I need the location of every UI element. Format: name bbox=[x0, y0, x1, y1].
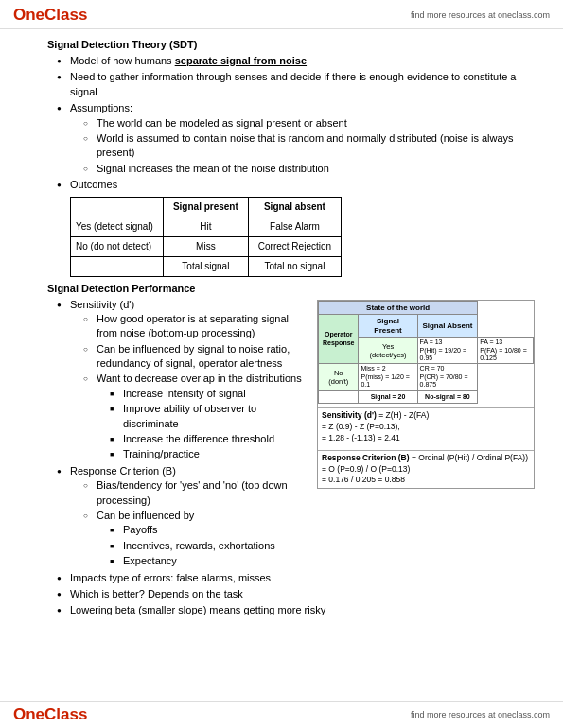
cell-false-alarm: False Alarm bbox=[248, 217, 341, 236]
page-footer: OneClass find more resources at oneclass… bbox=[0, 701, 563, 728]
section1-title: Signal Detection Theory (SDT) bbox=[47, 39, 535, 50]
section2-title: Signal Detection Performance bbox=[47, 283, 535, 294]
footer-logo-class: Class bbox=[44, 705, 87, 724]
sensitivity-sub-2: Can be influenced by signal to noise rat… bbox=[83, 342, 535, 372]
col-empty bbox=[71, 197, 164, 217]
assumption-3: Signal increases the mean of the noise d… bbox=[83, 162, 535, 176]
cell-empty-total bbox=[71, 256, 164, 276]
rc-sub-1: Bias/tendency for 'yes' and 'no' (top do… bbox=[83, 478, 535, 508]
overlap-3: Increase the difference threshold bbox=[110, 432, 535, 446]
assumptions-sublist: The world can be modeled as signal prese… bbox=[70, 116, 535, 177]
logo-one: One bbox=[13, 6, 44, 25]
table-row-yes: Yes (detect signal) Hit False Alarm bbox=[71, 217, 342, 236]
header-logo: OneClass bbox=[13, 6, 87, 25]
cell-total-signal: Total signal bbox=[163, 256, 248, 276]
section2-content: State of the world OperatorResponse Sign… bbox=[47, 298, 535, 620]
table-row-totals: Total signal Total no signal bbox=[71, 256, 342, 276]
logo-class: Class bbox=[44, 6, 87, 25]
response-criterion-sublist: Bias/tendency for 'yes' and 'no' (top do… bbox=[70, 478, 535, 568]
row-label-yes: Yes (detect signal) bbox=[71, 217, 164, 236]
cell-total-no-signal: Total no signal bbox=[248, 256, 341, 276]
bullet-which-better: Which is better? Depends on the task bbox=[57, 587, 535, 601]
bullet-impacts: Impacts type of errors: false alarms, mi… bbox=[57, 571, 535, 585]
influenced-2: Incentives, rewards, exhortations bbox=[110, 539, 535, 553]
row-label-no: No (do not detect) bbox=[71, 236, 164, 256]
bullet-outcomes-text: Outcomes bbox=[70, 179, 117, 190]
sensitivity-sub-1: How good operator is at separating signa… bbox=[83, 312, 535, 341]
influenced-1: Payoffs bbox=[110, 523, 535, 537]
section1-bullets: Model of how humans separate signal from… bbox=[47, 54, 535, 277]
overlap-2: Improve ability of observer to discrimin… bbox=[110, 402, 535, 431]
main-content: Signal Detection Theory (SDT) Model of h… bbox=[0, 29, 563, 630]
bullet-gather-text: Need to gather information through sense… bbox=[70, 71, 516, 96]
overlap-4: Training/practice bbox=[110, 447, 535, 461]
bullet-response-criterion: Response Criterion (B) Bias/tendency for… bbox=[57, 464, 535, 569]
assumption-1: The world can be modeled as signal prese… bbox=[83, 116, 535, 130]
bullet-sensitivity: Sensitivity (d') How good operator is at… bbox=[57, 298, 535, 462]
bullet-assumptions-text: Assumptions: bbox=[70, 102, 132, 113]
footer-tagline: find more resources at oneclass.com bbox=[411, 710, 550, 719]
footer-logo: OneClass bbox=[13, 705, 87, 724]
sensitivity-text: Sensitivity (d') bbox=[70, 299, 134, 310]
header-tagline: find more resources at oneclass.com bbox=[411, 10, 550, 20]
sensitivity-sublist: How good operator is at separating signa… bbox=[70, 312, 535, 462]
cell-miss: Miss bbox=[163, 236, 248, 256]
bullet-assumptions: Assumptions: The world can be modeled as… bbox=[57, 101, 535, 176]
overlap-1: Increase intensity of signal bbox=[110, 387, 535, 401]
bullet-model: Model of how humans separate signal from… bbox=[57, 54, 535, 68]
influenced-sublist: Payoffs Incentives, rewards, exhortation… bbox=[97, 523, 535, 568]
col-signal-present: Signal present bbox=[163, 197, 248, 217]
col-signal-absent: Signal absent bbox=[248, 197, 341, 217]
rc-sub-2: Can be influenced by Payoffs Incentives,… bbox=[83, 509, 535, 569]
outcomes-table: Signal present Signal absent Yes (detect… bbox=[70, 197, 342, 277]
section2-bullets: Sensitivity (d') How good operator is at… bbox=[47, 298, 535, 618]
influenced-3: Expectancy bbox=[110, 554, 535, 568]
footer-logo-one: One bbox=[13, 705, 44, 724]
response-criterion-text: Response Criterion (B) bbox=[70, 465, 176, 477]
bold-text: separate signal from noise bbox=[175, 55, 307, 66]
bullet-gather: Need to gather information through sense… bbox=[57, 70, 535, 99]
cell-hit: Hit bbox=[163, 217, 248, 236]
page-header: OneClass find more resources at oneclass… bbox=[0, 0, 563, 29]
table-row-no: No (do not detect) Miss Correct Rejectio… bbox=[71, 236, 342, 256]
cell-correct-rejection: Correct Rejection bbox=[248, 236, 341, 256]
bullet-model-text: Model of how humans separate signal from… bbox=[70, 55, 307, 66]
table-header-row: Signal present Signal absent bbox=[71, 197, 342, 217]
bullet-outcomes: Outcomes Signal present Signal absent Ye… bbox=[57, 178, 535, 276]
assumption-2: World is assumed to contain noise that i… bbox=[83, 131, 535, 161]
overlap-sublist: Increase intensity of signal Improve abi… bbox=[97, 387, 535, 462]
bullet-lowering-beta: Lowering beta (smaller slope) means gett… bbox=[57, 603, 535, 617]
sensitivity-sub-3: Want to decrease overlap in the distribu… bbox=[83, 372, 535, 461]
